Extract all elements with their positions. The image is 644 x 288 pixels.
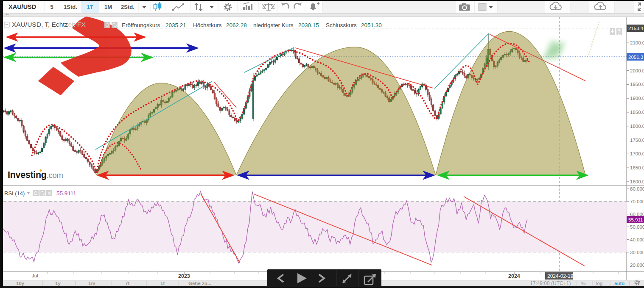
svg-text:Gehe zu...: Gehe zu...: [188, 281, 211, 286]
svg-text:Schlusskurs: Schlusskurs: [326, 22, 357, 28]
svg-text:2000.0: 2000.0: [630, 68, 644, 73]
svg-text:1T: 1T: [87, 4, 93, 10]
svg-text:Höchstkurs: Höchstkurs: [193, 22, 222, 28]
svg-text:2Std.: 2Std.: [121, 4, 134, 10]
svg-text:1650.0: 1650.0: [630, 165, 644, 170]
svg-text:1m: 1m: [88, 281, 95, 286]
svg-text:30.000: 30.000: [630, 250, 644, 255]
svg-text:Eröffnungskurs: Eröffnungskurs: [122, 22, 160, 28]
svg-text:2030.15: 2030.15: [298, 22, 319, 28]
svg-text:17:49:00 (UTC+1): 17:49:00 (UTC+1): [530, 280, 571, 286]
svg-text:1600.0: 1600.0: [630, 179, 644, 184]
svg-text:2062.28: 2062.28: [226, 22, 247, 28]
svg-text:2024: 2024: [508, 273, 520, 279]
svg-text:10y: 10y: [16, 281, 25, 286]
svg-text:1t: 1t: [160, 281, 165, 286]
svg-text:2153.4: 2153.4: [628, 26, 644, 31]
svg-text:70.000: 70.000: [630, 199, 644, 204]
svg-text:1y: 1y: [55, 281, 61, 286]
svg-text:7t: 7t: [125, 281, 129, 286]
svg-text:Jul: Jul: [32, 273, 38, 278]
svg-text:80.000: 80.000: [630, 186, 644, 191]
svg-text:2051.30: 2051.30: [361, 22, 382, 28]
svg-text:2024-02-19: 2024-02-19: [547, 273, 574, 279]
svg-text:55.911: 55.911: [628, 217, 643, 222]
svg-text:1700.0: 1700.0: [630, 151, 644, 156]
svg-text:%: %: [581, 281, 585, 286]
svg-text:50.000: 50.000: [630, 224, 644, 230]
svg-text:20.000: 20.000: [630, 263, 644, 268]
svg-text:2035.21: 2035.21: [165, 22, 186, 28]
svg-text:auto: auto: [614, 281, 624, 286]
svg-text:1Std.: 1Std.: [64, 4, 77, 10]
svg-text:XAU/USD, T, Echtzeit-FX: XAU/USD, T, Echtzeit-FX: [12, 21, 86, 28]
svg-text:2051.3: 2051.3: [628, 55, 643, 60]
svg-text:60.000: 60.000: [630, 212, 644, 217]
svg-text:55.9111: 55.9111: [56, 190, 76, 197]
svg-text:2023: 2023: [178, 273, 190, 279]
svg-text:1850.0: 1850.0: [630, 110, 644, 115]
svg-text:5: 5: [50, 4, 53, 10]
svg-text:1900.0: 1900.0: [630, 96, 644, 101]
svg-text:niedrigster Kurs: niedrigster Kurs: [253, 22, 294, 28]
svg-text:1750.0: 1750.0: [630, 138, 644, 143]
svg-text:2100.0: 2100.0: [630, 40, 644, 45]
svg-text:RSI (14): RSI (14): [4, 190, 25, 197]
svg-text:1M: 1M: [104, 4, 112, 10]
svg-text:Investing.com: Investing.com: [8, 170, 63, 180]
svg-text:1950.0: 1950.0: [630, 82, 644, 87]
svg-text:1800.0: 1800.0: [630, 124, 644, 129]
svg-text:XAU/USD: XAU/USD: [8, 3, 36, 10]
svg-text:log: log: [596, 281, 602, 286]
svg-text:40.000: 40.000: [630, 237, 644, 242]
